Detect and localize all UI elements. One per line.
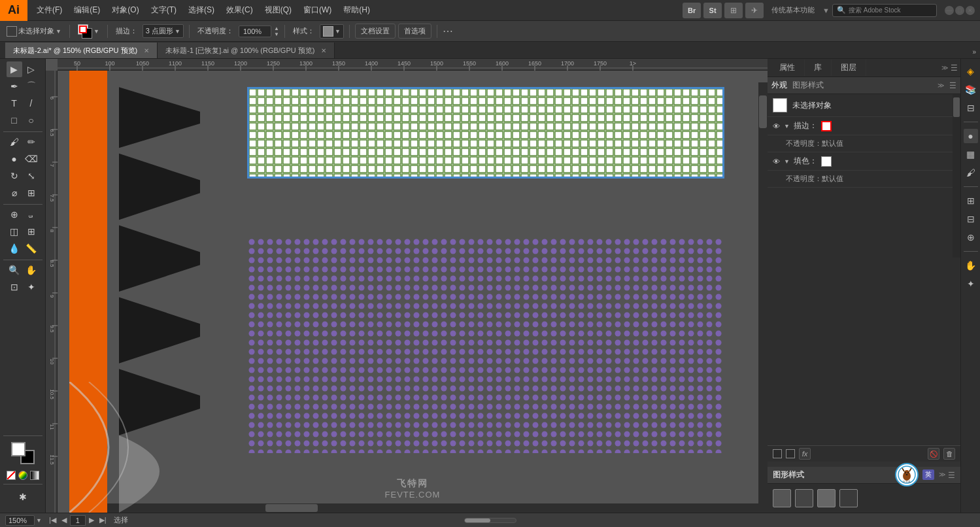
hand-tool[interactable]: ✋ [24, 262, 39, 278]
next-page-btn[interactable]: ▶ [87, 516, 96, 524]
hand-icon-btn[interactable]: ✋ [964, 258, 978, 273]
stroke-color-swatch[interactable] [821, 121, 832, 131]
libraries-icon[interactable]: ⊞ [724, 3, 743, 18]
paintbrush-tool[interactable]: 🖌 [7, 134, 22, 150]
gradient-icon[interactable] [30, 471, 39, 480]
menu-edit[interactable]: 编辑(E) [69, 2, 105, 18]
free-transform-tool[interactable]: ⊞ [24, 185, 39, 201]
menu-help[interactable]: 帮助(H) [338, 2, 375, 18]
stroke-dropdown-arrow[interactable]: ▼ [93, 28, 99, 35]
properties-tab[interactable]: 属性 [770, 60, 805, 76]
fx-button[interactable]: fx [799, 448, 811, 460]
panel-expand-btn[interactable]: ≫ [938, 82, 944, 89]
style-thumb-1[interactable] [773, 489, 791, 507]
minimize-button[interactable]: — [945, 6, 954, 15]
fill-swatch[interactable] [11, 442, 25, 456]
delete-item-button[interactable]: 🗑 [943, 448, 955, 460]
user-avatar[interactable]: 行大名 [895, 463, 919, 486]
blob-brush-tool[interactable]: ● [7, 151, 22, 167]
preferences-button[interactable]: 首选项 [398, 24, 431, 39]
opacity-input[interactable] [239, 26, 271, 37]
none-swatch[interactable] [7, 471, 16, 480]
share-icon[interactable]: ✈ [745, 3, 764, 18]
close-button[interactable]: ✕ [966, 6, 975, 15]
eye-slash-icon[interactable]: 🚫 [928, 448, 939, 460]
panel-menu-btn[interactable]: ☰ [949, 81, 956, 90]
right-tabs-expand[interactable]: ≫ [941, 64, 948, 71]
library-icon[interactable]: 📚 [964, 82, 978, 97]
style-dropdown[interactable]: ▼ [320, 24, 344, 39]
pathfinder-icon[interactable]: ⊕ [964, 230, 978, 245]
line-tool[interactable]: / [24, 95, 39, 111]
doc-settings-button[interactable]: 文档设置 [355, 24, 396, 39]
tab-0-close[interactable]: ✕ [144, 47, 149, 54]
transform-icon[interactable]: ⊞ [964, 194, 978, 208]
menu-select[interactable]: 选择(S) [183, 2, 220, 18]
menu-window[interactable]: 窗口(W) [298, 2, 337, 18]
graphic-styles-tab[interactable]: 图形样式 [792, 80, 824, 91]
more-options-icon[interactable]: ⋯ [443, 25, 453, 37]
graphic-styles-expand[interactable]: ≫ [939, 471, 945, 480]
stroke-value-dropdown[interactable]: 3 点圆形 ▼ [143, 24, 184, 38]
appearance-icon[interactable]: ◈ [964, 64, 978, 78]
menu-text[interactable]: 文字(T) [146, 2, 182, 18]
brushes-icon[interactable]: 🖌 [964, 165, 978, 180]
right-tabs-menu[interactable]: ☰ [951, 63, 958, 73]
app-checkbox-2[interactable] [786, 449, 795, 458]
gradient-tool[interactable]: ◫ [7, 224, 22, 239]
appearance-scrollbar-v[interactable] [953, 94, 960, 258]
graphic-styles-menu[interactable]: ☰ [948, 471, 955, 480]
fill-visibility-eye[interactable]: 👁 [773, 158, 780, 165]
canvas-scrollbar-v[interactable] [758, 82, 768, 513]
swatches-icon[interactable]: ▦ [964, 147, 978, 162]
style-thumb-2[interactable] [795, 489, 813, 507]
rotate-tool[interactable]: ↻ [7, 168, 22, 184]
direct-selection-tool[interactable]: ▷ [24, 61, 39, 77]
language-badge[interactable]: 英 [922, 469, 934, 480]
search-bar[interactable]: 🔍 搜索 Adobe Stock [832, 4, 937, 17]
eraser-tool[interactable]: ⌫ [24, 151, 39, 167]
bridge-icon[interactable]: Br [683, 3, 701, 18]
color-icon[interactable] [18, 471, 27, 480]
outer-tab[interactable]: 外观 [771, 80, 787, 91]
rect-tool[interactable]: □ [7, 112, 22, 128]
fill-color-swatch[interactable] [821, 156, 832, 167]
layers-tab[interactable]: 图层 [832, 60, 866, 76]
scroll-thumb-v[interactable] [759, 95, 767, 128]
stroke-visibility-eye[interactable]: 👁 [773, 122, 780, 130]
puppet-icon-btn[interactable]: ✦ [964, 277, 978, 291]
pencil-tool[interactable]: ✏ [24, 134, 39, 150]
style-thumb-3[interactable] [817, 489, 836, 507]
library-tab[interactable]: 库 [805, 60, 832, 76]
maximize-button[interactable]: □ [955, 6, 964, 15]
symbol-sprayer-tool[interactable]: ✱ [15, 489, 31, 505]
menu-view[interactable]: 视图(Q) [260, 2, 297, 18]
tab-1-close[interactable]: ✕ [321, 47, 326, 54]
artboard-tool[interactable]: ⊡ [7, 279, 22, 295]
fill-row-chevron[interactable]: ▼ [784, 158, 790, 165]
appearance-scroll-thumb[interactable] [953, 97, 960, 117]
scale-tool[interactable]: ⤡ [24, 168, 39, 184]
mesh-tool[interactable]: ⊞ [24, 224, 39, 239]
style-thumb-4[interactable] [839, 489, 858, 507]
zoom-input[interactable] [5, 515, 35, 526]
color-icon-btn[interactable]: ● [964, 129, 978, 143]
menu-object[interactable]: 对象(O) [107, 2, 144, 18]
selection-dropdown-arrow[interactable]: ▼ [56, 28, 61, 35]
menu-effect[interactable]: 效果(C) [221, 2, 258, 18]
stock-icon[interactable]: St [703, 3, 722, 18]
pen-tool[interactable]: ✒ [7, 78, 22, 94]
stroke-row-chevron[interactable]: ▼ [784, 123, 790, 129]
zoom-tool[interactable]: 🔍 [7, 262, 22, 278]
tab-0[interactable]: 未标题-2.ai* @ 150% (RGB/GPU 预览) ✕ [5, 42, 158, 58]
zoom-dropdown[interactable]: ▼ [36, 517, 42, 524]
ellipse-tool[interactable]: ○ [24, 112, 39, 128]
puppet-warp-tool[interactable]: ✦ [24, 279, 39, 295]
first-page-btn[interactable]: |◀ [47, 516, 58, 524]
page-input[interactable] [70, 515, 86, 526]
menu-file[interactable]: 文件(F) [31, 2, 67, 18]
graph-tool[interactable]: ⩊ [24, 207, 39, 222]
last-page-btn[interactable]: ▶| [97, 516, 109, 524]
prev-page-btn[interactable]: ◀ [59, 516, 69, 524]
tab-1[interactable]: 未标题-1 [已恢复].ai @ 100% (RGB/GPU 预览) ✕ [158, 42, 335, 58]
